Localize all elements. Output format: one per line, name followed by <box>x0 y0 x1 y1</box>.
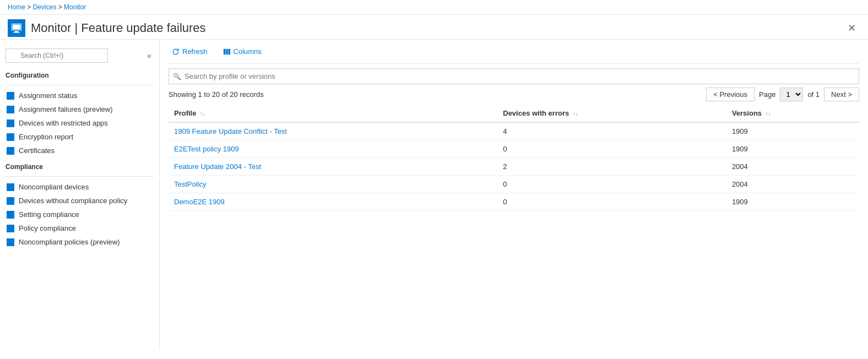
columns-label: Columns <box>234 47 262 56</box>
cell-profile-4[interactable]: DemoE2E 1909 <box>169 193 497 211</box>
sidebar-label-assignment-failures: Assignment failures (preview) <box>19 105 113 113</box>
sidebar-label-assignment-status: Assignment status <box>19 91 77 100</box>
cell-profile-0[interactable]: 1909 Feature Update Conflict - Test <box>169 122 497 140</box>
profile-link-3[interactable]: TestPolicy <box>174 180 207 188</box>
sidebar-item-setting-compliance[interactable]: Setting compliance <box>0 208 159 221</box>
nav-icon-certificates <box>7 147 14 155</box>
nav-icon-restricted-apps <box>7 119 14 127</box>
filter-search-icon: 🔍 <box>173 73 181 80</box>
compliance-divider <box>6 176 154 177</box>
table-row: Feature Update 2004 - Test22004 <box>169 158 859 176</box>
sidebar-item-devices-without-policy[interactable]: Devices without compliance policy <box>0 194 159 208</box>
refresh-label: Refresh <box>182 47 208 56</box>
page-header: Monitor | Feature update failures ✕ <box>0 15 868 40</box>
col-header-versions[interactable]: Versions ↑↓ <box>726 105 859 122</box>
cell-profile-3[interactable]: TestPolicy <box>169 176 497 193</box>
cell-profile-1[interactable]: E2ETest policy 1909 <box>169 140 497 158</box>
refresh-button[interactable]: Refresh <box>169 45 211 58</box>
table-row: TestPolicy02004 <box>169 176 859 193</box>
cell-versions-4: 1909 <box>726 193 859 211</box>
svg-rect-6 <box>226 48 228 55</box>
cell-profile-2[interactable]: Feature Update 2004 - Test <box>169 158 497 176</box>
columns-icon <box>223 48 231 56</box>
table-row: DemoE2E 190901909 <box>169 193 859 211</box>
close-button[interactable]: ✕ <box>843 20 860 36</box>
nav-icon-assignment-status <box>7 92 14 100</box>
svg-rect-1 <box>14 31 18 32</box>
table-header: Profile ↑↓ Devices with errors ↑↓ Versio… <box>169 105 859 122</box>
cell-devices-errors-4: 0 <box>497 193 726 211</box>
refresh-icon <box>172 48 180 56</box>
nav-icon-noncompliant-policies <box>7 238 14 246</box>
sidebar-label-noncompliant-devices: Noncompliant devices <box>19 183 89 191</box>
col-header-devices-with-errors[interactable]: Devices with errors ↑↓ <box>497 105 726 122</box>
sidebar-search-wrap: 🔍 <box>6 48 142 63</box>
main-layout: 🔍 « Configuration Assignment status Assi… <box>0 40 868 349</box>
page-select[interactable]: 1 <box>780 88 803 101</box>
sidebar-item-certificates[interactable]: Certificates <box>0 144 159 157</box>
next-button[interactable]: Next > <box>824 88 859 101</box>
sidebar-item-assignment-failures[interactable]: Assignment failures (preview) <box>0 102 159 116</box>
cell-versions-2: 2004 <box>726 158 859 176</box>
records-info: Showing 1 to 20 of 20 records <box>169 90 264 99</box>
page-title: Monitor | Feature update failures <box>31 21 206 35</box>
columns-button[interactable]: Columns <box>220 45 265 58</box>
cell-versions-1: 1909 <box>726 140 859 158</box>
sidebar-search-input[interactable] <box>6 48 108 63</box>
table-header-row: Profile ↑↓ Devices with errors ↑↓ Versio… <box>169 105 859 122</box>
sidebar-item-assignment-status[interactable]: Assignment status <box>0 89 159 102</box>
sidebar-label-devices-without-policy: Devices without compliance policy <box>19 197 127 205</box>
profile-link-4[interactable]: DemoE2E 1909 <box>174 198 225 206</box>
sidebar-item-noncompliant-policies[interactable]: Noncompliant policies (preview) <box>0 235 159 249</box>
breadcrumb-devices[interactable]: Devices <box>33 3 57 11</box>
table-body: 1909 Feature Update Conflict - Test41909… <box>169 122 859 211</box>
nav-icon-devices-without-policy <box>7 197 14 205</box>
nav-icon-assignment-failures <box>7 106 14 113</box>
sort-icon-versions: ↑↓ <box>766 111 771 117</box>
breadcrumb-home[interactable]: Home <box>8 3 25 11</box>
filter-input[interactable] <box>169 68 859 84</box>
data-table: Profile ↑↓ Devices with errors ↑↓ Versio… <box>169 105 859 211</box>
table-row: E2ETest policy 190901909 <box>169 140 859 158</box>
sidebar-item-policy-compliance[interactable]: Policy compliance <box>0 221 159 235</box>
sidebar-label-certificates: Certificates <box>19 146 55 155</box>
sidebar-label-policy-compliance: Policy compliance <box>19 224 76 232</box>
cell-versions-0: 1909 <box>726 122 859 140</box>
sidebar-label-setting-compliance: Setting compliance <box>19 210 79 219</box>
configuration-section-header: Configuration <box>0 66 159 81</box>
cell-versions-3: 2004 <box>726 176 859 193</box>
table-row: 1909 Feature Update Conflict - Test41909 <box>169 122 859 140</box>
main-content: Refresh Columns 🔍 Showing 1 to 20 of 20 … <box>160 40 868 349</box>
breadcrumb-bar: Home > Devices > Monitor <box>0 0 868 15</box>
nav-icon-encryption-report <box>7 133 14 141</box>
nav-icon-noncompliant-devices <box>7 183 14 191</box>
sidebar-item-encryption-report[interactable]: Encryption report <box>0 130 159 144</box>
config-divider <box>6 85 154 85</box>
sidebar-item-noncompliant-devices[interactable]: Noncompliant devices <box>0 180 159 194</box>
col-label-devices-with-errors: Devices with errors <box>503 109 569 117</box>
page-of: of 1 <box>807 90 820 99</box>
breadcrumb: Home > Devices > Monitor <box>8 3 860 11</box>
col-header-profile[interactable]: Profile ↑↓ <box>169 105 497 122</box>
sidebar-item-restricted-apps[interactable]: Devices with restricted apps <box>0 116 159 130</box>
page-label: Page <box>759 90 775 99</box>
profile-link-2[interactable]: Feature Update 2004 - Test <box>174 162 261 171</box>
col-label-versions: Versions <box>732 109 762 117</box>
compliance-section-header: Compliance <box>0 157 159 173</box>
cell-devices-errors-3: 0 <box>497 176 726 193</box>
col-label-profile: Profile <box>174 109 196 117</box>
breadcrumb-monitor[interactable]: Monitor <box>64 3 86 11</box>
svg-rect-5 <box>223 48 225 55</box>
sidebar: 🔍 « Configuration Assignment status Assi… <box>0 40 160 349</box>
nav-icon-policy-compliance <box>7 225 14 232</box>
svg-rect-7 <box>228 48 230 55</box>
profile-link-1[interactable]: E2ETest policy 1909 <box>174 145 239 153</box>
monitor-svg <box>10 22 23 34</box>
collapse-button[interactable]: « <box>145 49 154 62</box>
previous-button[interactable]: < Previous <box>706 88 755 101</box>
pagination: < Previous Page 1 of 1 Next > <box>706 88 859 101</box>
sort-icon-devices-with-errors: ↑↓ <box>573 111 578 117</box>
cell-devices-errors-0: 4 <box>497 122 726 140</box>
profile-link-0[interactable]: 1909 Feature Update Conflict - Test <box>174 127 287 135</box>
sidebar-label-restricted-apps: Devices with restricted apps <box>19 119 108 127</box>
